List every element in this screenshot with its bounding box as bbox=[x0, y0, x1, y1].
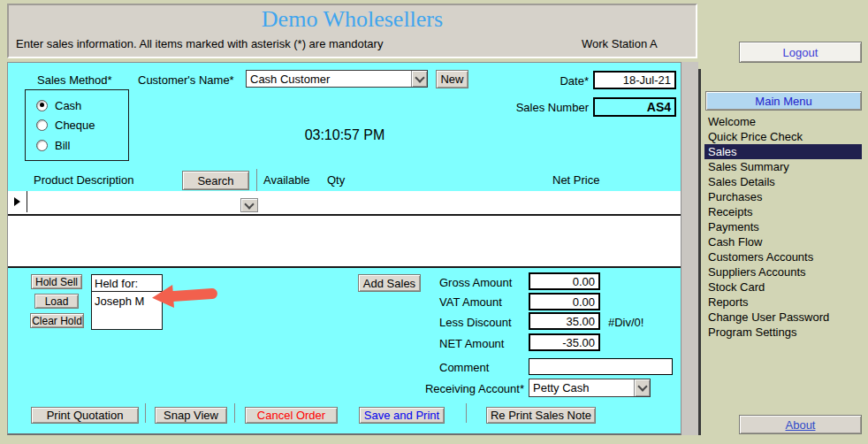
chevron-down-icon bbox=[637, 381, 647, 391]
vat-amount-label: VAT Amount bbox=[439, 295, 502, 309]
comment-label: Comment bbox=[439, 361, 489, 374]
sidebar-item-cash-flow[interactable]: Cash Flow bbox=[704, 234, 862, 249]
sidebar-item-program-settings[interactable]: Program Settings bbox=[704, 325, 862, 340]
sidebar-item-quick-price-check[interactable]: Quick Price Check bbox=[704, 129, 862, 144]
footer-divider bbox=[234, 403, 235, 423]
sales-number-field: AS4 bbox=[593, 97, 676, 117]
receiving-account-value: Petty Cash bbox=[529, 379, 634, 396]
sidebar-item-reports[interactable]: Reports bbox=[704, 295, 862, 310]
chevron-down-icon bbox=[415, 73, 424, 82]
held-for-name[interactable]: Joseph M bbox=[95, 295, 144, 308]
date-value: 18-Jul-21 bbox=[623, 73, 671, 87]
about-button[interactable]: About bbox=[739, 415, 862, 434]
about-label: About bbox=[786, 418, 816, 432]
header-divider bbox=[256, 169, 257, 192]
net-amount-value: -35.00 bbox=[562, 336, 595, 349]
sidebar-menu: Welcome Quick Price Check Sales Sales Su… bbox=[704, 114, 862, 340]
clear-hold-button[interactable]: Clear Hold bbox=[30, 313, 84, 328]
radio-option-cheque[interactable]: Cheque bbox=[36, 119, 95, 131]
reprint-sales-note-button[interactable]: Re Print Sales Note bbox=[486, 407, 596, 424]
sidebar-item-purchases[interactable]: Purchases bbox=[704, 189, 862, 204]
sidebar-item-customers-accounts[interactable]: Customers Accounts bbox=[704, 249, 862, 264]
sales-number-label: Sales Number bbox=[505, 101, 589, 114]
main-menu-label: Main Menu bbox=[755, 95, 811, 108]
header-panel: Demo Wholesellers Enter sales informatio… bbox=[7, 4, 697, 58]
sidebar-item-change-user-password[interactable]: Change User Password bbox=[704, 310, 862, 325]
receiving-account-dropdown-button[interactable] bbox=[634, 379, 650, 396]
radio-option-cash[interactable]: Cash bbox=[36, 99, 81, 111]
save-and-print-button[interactable]: Save and Print bbox=[359, 407, 445, 424]
record-selector[interactable] bbox=[8, 191, 27, 212]
product-row[interactable] bbox=[8, 191, 681, 216]
sales-method-label: Sales Method* bbox=[37, 73, 112, 87]
cancel-order-button[interactable]: Cancel Order bbox=[245, 407, 338, 424]
radio-label: Bill bbox=[55, 139, 70, 152]
chevron-down-icon bbox=[244, 199, 254, 209]
available-label: Available bbox=[263, 173, 310, 187]
gross-amount-field[interactable]: 0.00 bbox=[529, 272, 600, 290]
main-menu-button[interactable]: Main Menu bbox=[705, 91, 862, 111]
clock-display: 03:10:57 PM bbox=[256, 127, 433, 143]
sidebar-item-receipts[interactable]: Receipts bbox=[704, 204, 862, 219]
div-error-label: #Div/0! bbox=[608, 316, 643, 329]
radio-label: Cash bbox=[55, 99, 81, 112]
sidebar-item-stock-card[interactable]: Stock Card bbox=[704, 279, 862, 295]
record-arrow-icon bbox=[14, 197, 20, 206]
sidebar-item-sales-summary[interactable]: Sales Summary bbox=[704, 159, 862, 174]
comment-input[interactable] bbox=[529, 358, 673, 375]
new-customer-button[interactable]: New bbox=[436, 70, 468, 88]
radio-button-icon[interactable] bbox=[36, 140, 48, 151]
radio-button-icon[interactable] bbox=[36, 100, 48, 111]
date-label: Date* bbox=[529, 74, 589, 88]
app-title: Demo Wholesellers bbox=[9, 6, 696, 33]
snap-view-button[interactable]: Snap View bbox=[155, 407, 227, 424]
arrow-body bbox=[171, 288, 218, 302]
customer-name-combobox[interactable]: Cash Customer bbox=[246, 70, 428, 88]
gross-amount-value: 0.00 bbox=[573, 275, 595, 288]
right-gray-strip bbox=[681, 62, 698, 435]
vat-amount-value: 0.00 bbox=[573, 295, 595, 309]
sales-number-value: AS4 bbox=[647, 100, 671, 114]
load-button[interactable]: Load bbox=[34, 294, 79, 309]
header-subtitle: Enter sales information. All items marke… bbox=[16, 37, 383, 50]
net-amount-label: NET Amount bbox=[439, 337, 504, 350]
sidebar-divider-line bbox=[698, 69, 701, 435]
less-discount-field[interactable]: 35.00 bbox=[529, 312, 600, 330]
sidebar-item-sales-details[interactable]: Sales Details bbox=[704, 174, 862, 189]
customer-name-value: Cash Customer bbox=[247, 71, 411, 87]
product-row-dropdown-button[interactable] bbox=[240, 198, 258, 212]
radio-button-icon[interactable] bbox=[36, 119, 48, 131]
hold-sell-button[interactable]: Hold Sell bbox=[31, 274, 82, 289]
radio-label: Cheque bbox=[55, 119, 95, 132]
sales-method-group: Cash Cheque Bill bbox=[25, 89, 129, 161]
less-discount-value: 35.00 bbox=[566, 315, 595, 328]
gross-amount-label: Gross Amount bbox=[439, 276, 512, 289]
annotation-arrow-icon bbox=[151, 280, 222, 310]
sidebar-item-sales[interactable]: Sales bbox=[704, 144, 862, 159]
logout-button[interactable]: Logout bbox=[739, 42, 862, 63]
less-discount-label: Less Discount bbox=[439, 316, 512, 329]
product-description-label: Product Description bbox=[34, 173, 133, 187]
net-price-label: Net Price bbox=[552, 173, 599, 187]
footer-divider bbox=[145, 403, 146, 423]
search-button[interactable]: Search bbox=[182, 171, 249, 190]
sidebar-item-welcome[interactable]: Welcome bbox=[704, 114, 862, 129]
product-datasheet bbox=[8, 191, 681, 268]
footer-divider bbox=[466, 403, 467, 423]
net-amount-field[interactable]: -35.00 bbox=[529, 333, 600, 351]
sidebar-item-suppliers-accounts[interactable]: Suppliers Accounts bbox=[704, 264, 862, 279]
sidebar-item-payments[interactable]: Payments bbox=[704, 219, 862, 234]
customer-combo-dropdown-button[interactable] bbox=[411, 71, 427, 87]
logout-label: Logout bbox=[783, 46, 819, 59]
date-field[interactable]: 18-Jul-21 bbox=[593, 71, 676, 89]
customers-name-label: Customer's Name* bbox=[138, 73, 234, 87]
radio-option-bill[interactable]: Bill bbox=[36, 139, 70, 151]
print-quotation-button[interactable]: Print Quotation bbox=[31, 407, 139, 424]
vat-amount-field[interactable]: 0.00 bbox=[529, 293, 600, 310]
receiving-account-combobox[interactable]: Petty Cash bbox=[529, 379, 651, 397]
add-sales-button[interactable]: Add Sales bbox=[358, 274, 421, 292]
workstation-label: Work Station A bbox=[582, 37, 658, 50]
sales-form-panel: Sales Method* Customer's Name* Cash Cust… bbox=[7, 62, 681, 435]
receiving-account-label: Receiving Account* bbox=[422, 382, 524, 395]
qty-label: Qty bbox=[327, 173, 345, 187]
